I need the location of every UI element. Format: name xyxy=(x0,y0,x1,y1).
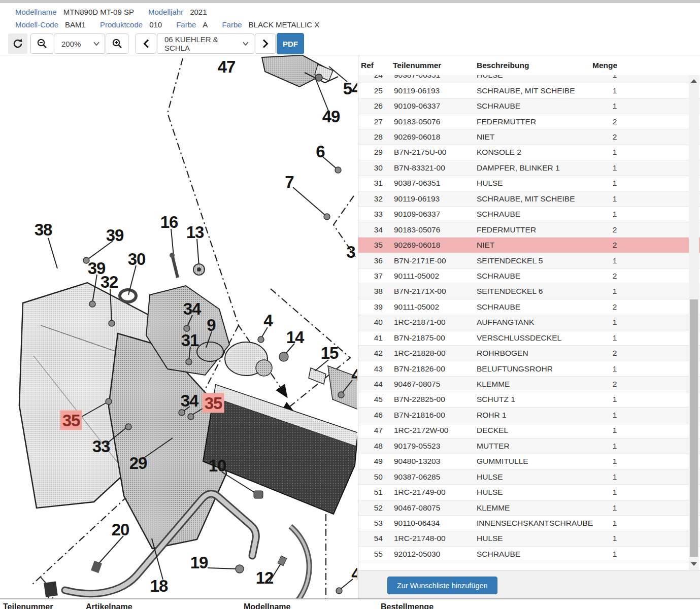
diagram-callout[interactable]: 34 xyxy=(181,392,198,409)
diagram-callout-highlighted[interactable]: 35 xyxy=(60,411,82,430)
table-scrollbar[interactable] xyxy=(689,75,699,570)
scrollbar-thumb[interactable] xyxy=(690,299,698,557)
diagram-callout[interactable]: 31 xyxy=(181,332,199,349)
part-qty: 2 xyxy=(589,225,640,234)
parts-table-row[interactable]: 3990111-05002SCHRAUBE2 xyxy=(358,299,700,315)
prev-diagram-button[interactable] xyxy=(136,33,156,54)
diagram-callout[interactable]: 49 xyxy=(322,108,340,125)
diagram-callout-highlighted[interactable]: 35 xyxy=(203,393,224,413)
part-number: 90387-06285 xyxy=(389,472,473,482)
diagram-callout[interactable]: 20 xyxy=(112,521,129,538)
part-qty: 1 xyxy=(589,101,640,111)
part-number: 90467-08075 xyxy=(389,503,473,513)
diagram-callout[interactable]: 30 xyxy=(128,251,146,267)
diagram-callout[interactable]: 14 xyxy=(286,329,304,346)
add-to-wishlist-button[interactable]: Zur Wunschliste hinzufügen xyxy=(387,577,497,594)
part-qty: 1 xyxy=(589,163,640,173)
part-description: KLEMME xyxy=(473,380,589,389)
part-ref: 33 xyxy=(358,210,389,219)
parts-table-row[interactable]: 3490183-05076FEDERMUTTER2 xyxy=(358,222,700,238)
diagram-select[interactable]: 06 KUEHLER & SCHLA xyxy=(157,33,254,54)
part-ref: 44 xyxy=(358,380,389,389)
diagram-callout[interactable]: 3 xyxy=(346,244,355,260)
diagram-callout[interactable]: 54 xyxy=(343,80,357,97)
part-description: HULSE xyxy=(473,75,589,80)
parts-table-row[interactable]: 3290119-06193SCHRAUBE, MIT SCHEIBE1 xyxy=(358,191,700,207)
zoom-in-button[interactable] xyxy=(106,33,128,54)
diagram-callout[interactable]: 29 xyxy=(129,455,147,471)
parts-table-row[interactable]: 471RC-2172W-00DECKEL1 xyxy=(358,423,700,438)
diagram-callout[interactable]: 4 xyxy=(351,366,357,383)
part-description: SCHUTZ 1 xyxy=(473,395,589,404)
zoom-level-value: 200% xyxy=(61,40,81,48)
part-number: B7N-2171E-00 xyxy=(389,256,473,265)
diagram-callout[interactable]: 4 xyxy=(263,312,272,329)
parts-table-row[interactable]: 2490387-06351HULSE1 xyxy=(358,75,700,83)
parts-table-row[interactable]: 3590269-06018NIET2 xyxy=(358,238,700,253)
parts-table-row[interactable]: 46B7N-21816-00ROHR 11 xyxy=(358,408,700,423)
parts-table-row[interactable]: 2690109-06337SCHRAUBE1 xyxy=(358,98,700,114)
parts-table-row[interactable]: 3390109-06337SCHRAUBE1 xyxy=(358,207,700,222)
part-ref: 41 xyxy=(358,333,389,343)
parts-table-row[interactable]: 4890179-05523MUTTER1 xyxy=(358,438,700,454)
parts-table-row[interactable]: 3790111-05002SCHRAUBE2 xyxy=(358,268,700,284)
diagram-callout[interactable]: 39 xyxy=(106,227,124,244)
parts-table-row[interactable]: 511RC-21749-00HULSE1 xyxy=(358,485,700,500)
parts-table-row[interactable]: 2890269-06018NIET2 xyxy=(358,129,700,145)
parts-table-row[interactable]: 30B7N-83321-00DAMPFER, BLINKER 11 xyxy=(358,160,700,176)
part-number: 1RC-21749-00 xyxy=(389,488,473,497)
diagram-callout[interactable]: 7 xyxy=(285,174,293,190)
parts-table-row[interactable]: 2790183-05076FEDERMUTTER2 xyxy=(358,114,700,129)
part-number: 90111-05002 xyxy=(389,302,473,312)
zoom-out-button[interactable] xyxy=(30,33,53,54)
diagram-callout[interactable]: 47 xyxy=(218,58,236,75)
diagram-callout[interactable]: 38 xyxy=(35,221,52,238)
part-number: B7N-2175U-00 xyxy=(389,148,473,157)
parts-table-row[interactable]: 2590119-06193SCHRAUBE, MIT SCHEIBE1 xyxy=(358,83,700,98)
parts-table-row[interactable]: 43B7N-21826-00BELUFTUNGSROHR1 xyxy=(358,361,700,377)
diagram-callout[interactable]: 32 xyxy=(101,274,118,290)
zoom-level-select[interactable]: 200% xyxy=(54,33,105,54)
next-diagram-button[interactable] xyxy=(255,33,276,54)
diagram-callout[interactable]: 9 xyxy=(207,317,215,333)
parts-diagram[interactable]: 4754496733816133930393234491431154343535… xyxy=(0,55,357,598)
diagram-callout[interactable]: 10 xyxy=(209,457,226,474)
part-description: ROHRBOGEN xyxy=(473,349,589,358)
diagram-callout[interactable]: 18 xyxy=(150,578,168,594)
part-qty: 2 xyxy=(589,380,640,389)
parts-table-row-partial[interactable]: 2490387-06351HULSE1 xyxy=(358,75,700,83)
pdf-button[interactable]: PDF xyxy=(277,33,304,54)
parts-table-row[interactable]: 5090387-06285HULSE1 xyxy=(358,469,700,485)
scrollbar-down-arrow-icon[interactable] xyxy=(691,562,697,566)
diagram-callout[interactable]: 34 xyxy=(183,300,201,317)
part-ref: 42 xyxy=(358,349,389,358)
parts-table-row[interactable]: 4490467-08075KLEMME2 xyxy=(358,377,700,392)
parts-table-scroll-area[interactable]: 2490387-06351HULSE1 2590119-06193SCHRAUB… xyxy=(358,75,700,570)
parts-table-row[interactable]: 41B7N-21875-00VERSCHLUSSDECKEL1 xyxy=(358,330,700,346)
diagram-callout[interactable]: 15 xyxy=(321,345,339,361)
parts-table-row[interactable]: 421RC-21828-00ROHRBOGEN2 xyxy=(358,346,700,361)
diagram-callout[interactable]: 33 xyxy=(92,438,110,455)
parts-table-row[interactable]: 29B7N-2175U-00KONSOLE 21 xyxy=(358,145,700,160)
parts-table-row[interactable]: 38B7N-2171X-00SEITENDECKEL 61 xyxy=(358,284,700,299)
diagram-callout[interactable]: 13 xyxy=(186,224,204,241)
diagram-callout[interactable]: 12 xyxy=(256,569,274,586)
part-qty: 2 xyxy=(589,349,640,358)
part-number: 90119-06193 xyxy=(389,194,473,204)
scrollbar-up-arrow-icon[interactable] xyxy=(691,79,697,83)
parts-table-row[interactable]: 5390110-06434INNENSECHSKANTSCHRAUBE1 xyxy=(358,516,700,531)
parts-table-row[interactable]: 45B7N-22825-00SCHUTZ 11 xyxy=(358,392,700,408)
parts-table-row[interactable]: 4990480-13203GUMMITULLE1 xyxy=(358,454,700,469)
diagram-callout[interactable]: 4 xyxy=(351,565,357,582)
parts-table-row[interactable]: 5592012-05030SCHRAUBE1 xyxy=(358,547,700,562)
parts-table-row[interactable]: 541RC-21748-00HULSE1 xyxy=(358,531,700,547)
part-qty: 1 xyxy=(589,318,640,327)
diagram-callout[interactable]: 19 xyxy=(190,554,208,571)
parts-table-row[interactable]: 401RC-21871-00AUFFANGTANK1 xyxy=(358,315,700,330)
diagram-callout[interactable]: 6 xyxy=(316,143,324,160)
parts-table-row[interactable]: 5290467-08075KLEMME1 xyxy=(358,500,700,516)
diagram-callout[interactable]: 16 xyxy=(160,214,178,230)
parts-table-row[interactable]: 36B7N-2171E-00SEITENDECKEL 51 xyxy=(358,253,700,268)
parts-table-row[interactable]: 3190387-06351HULSE1 xyxy=(358,176,700,191)
refresh-button[interactable] xyxy=(8,33,27,54)
